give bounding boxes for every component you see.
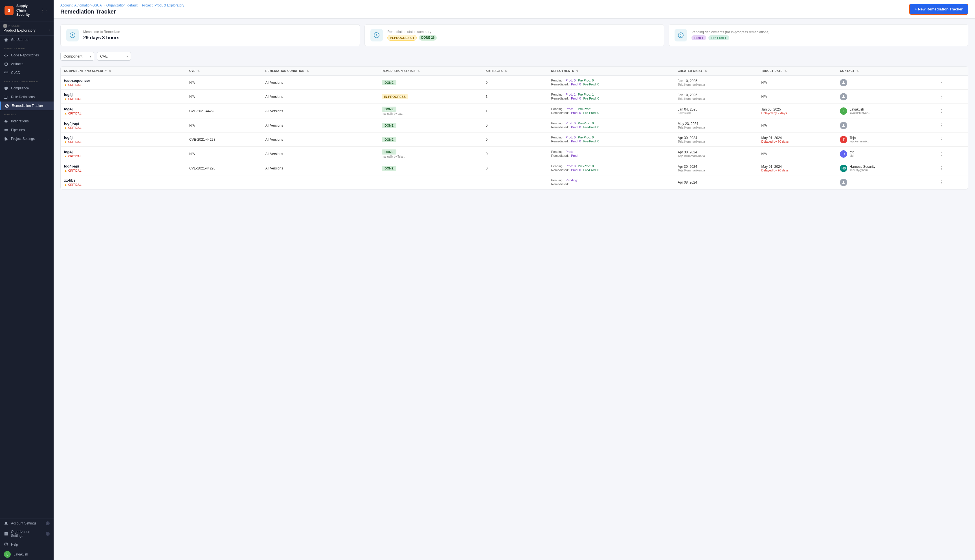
- cell-deployments: Pending: Prod: Remediated: Prod:: [548, 147, 674, 161]
- delay-note: Delayed by 2 days: [761, 112, 833, 115]
- component-name: log4j-api: [64, 121, 182, 125]
- sidebar-item-get-started[interactable]: Get Started: [0, 35, 53, 44]
- severity-badge: ▲ CRITICAL: [64, 183, 182, 187]
- sidebar-item-compliance[interactable]: Compliance: [0, 84, 53, 93]
- contact-avatar: T: [840, 136, 847, 143]
- cell-deployments: Pending: Prod: 0 Pre-Prod: 0 Remediated:…: [548, 75, 674, 90]
- pending-prod[interactable]: Prod: 0: [566, 79, 576, 82]
- col-deployments[interactable]: DEPLOYMENTS ⇅: [548, 67, 674, 75]
- status-badge: DONE: [382, 150, 396, 155]
- col-remediation-condition[interactable]: REMEDIATION CONDITION ⇅: [262, 67, 379, 75]
- svg-point-11: [843, 181, 845, 182]
- col-artifacts[interactable]: ARTIFACTS ⇅: [482, 67, 548, 75]
- col-contact[interactable]: CONTACT ⇅: [836, 67, 934, 75]
- app-logo[interactable]: S Supply Chain Security ⋮⋮: [0, 0, 53, 22]
- pending-prod[interactable]: Prod: 1: [566, 93, 576, 96]
- remediated-prod[interactable]: Prod: 0: [571, 140, 581, 143]
- remediated-preprod[interactable]: Pre-Prod: 0: [583, 140, 599, 143]
- dots-icon[interactable]: ⋮⋮: [40, 8, 49, 13]
- contact-name: Lavakush: [850, 107, 871, 112]
- severity-badge: ▲ CRITICAL: [64, 169, 182, 172]
- remediated-preprod[interactable]: Pre-Prod: 0: [583, 111, 599, 115]
- row-actions-button[interactable]: ⋮: [937, 80, 945, 85]
- account-settings-item[interactable]: Account Settings i: [0, 519, 53, 528]
- sidebar-item-artifacts[interactable]: Artifacts: [0, 60, 53, 68]
- row-actions-button[interactable]: ⋮: [937, 151, 945, 157]
- status-note: manually by Teja...: [382, 155, 479, 158]
- cell-artifacts: [482, 175, 548, 190]
- help-item[interactable]: Help: [0, 540, 53, 549]
- cell-cve: N/A: [186, 118, 262, 133]
- row-actions-button[interactable]: ⋮: [937, 179, 945, 185]
- cell-created: Apr 08, 2024: [674, 175, 758, 190]
- col-target-date[interactable]: TARGET DATE ⇅: [758, 67, 837, 75]
- component-filter[interactable]: Component All: [60, 52, 94, 61]
- project-name[interactable]: Product Exploratory ›: [3, 28, 50, 32]
- breadcrumb-account[interactable]: Account: Automation-SSCA: [60, 3, 102, 7]
- remediated-prod[interactable]: Prod: 0: [571, 111, 581, 115]
- pending-preprod[interactable]: Pre-Prod: 0: [578, 164, 594, 168]
- sidebar-item-project-settings[interactable]: Project Settings ›: [0, 135, 53, 143]
- remediated-prod[interactable]: Prod: 0: [571, 168, 581, 172]
- pending-preprod[interactable]: Pre-Prod: 0: [578, 136, 594, 139]
- cell-artifacts: 1: [482, 90, 548, 104]
- user-profile[interactable]: L Lavakush: [0, 549, 53, 560]
- pending-preprod[interactable]: Pre-Prod: 0: [578, 79, 594, 82]
- pending-preprod[interactable]: Pre-Prod: 0: [578, 122, 594, 125]
- pending-preprod[interactable]: Pre-Prod: 1: [578, 93, 594, 96]
- breadcrumb-project[interactable]: Project: Product Exploratory: [142, 3, 184, 7]
- target-date-value: N/A: [761, 152, 833, 156]
- home-icon: [4, 38, 8, 42]
- remediated-preprod[interactable]: Pre-Prod: 0: [583, 83, 599, 86]
- created-date: Apr 30, 2024: [678, 165, 755, 168]
- sidebar-item-pipelines[interactable]: Pipelines: [0, 126, 53, 135]
- remediated-prod[interactable]: Prod: 0: [571, 83, 581, 86]
- pending-prod[interactable]: Prod: 0: [566, 164, 576, 168]
- sidebar-item-remediation-tracker[interactable]: Remediation Tracker: [0, 102, 53, 110]
- sidebar-item-integrations[interactable]: Integrations: [0, 117, 53, 126]
- row-actions-button[interactable]: ⋮: [937, 93, 945, 100]
- new-remediation-tracker-button[interactable]: + New Remediation Tracker: [909, 4, 968, 15]
- remediated-prod[interactable]: Prod: 0: [571, 125, 581, 129]
- cell-cve: CVE-2021-44228: [186, 104, 262, 118]
- cell-target: N/A: [758, 147, 837, 161]
- row-actions-button[interactable]: ⋮: [937, 122, 945, 128]
- cell-component: log4j ▲ CRITICAL: [61, 104, 186, 118]
- breadcrumb-org[interactable]: Organization: default: [106, 3, 138, 7]
- component-filter-wrapper: Component All: [60, 52, 94, 61]
- col-remediation-status[interactable]: REMEDIATION STATUS ⇅: [378, 67, 482, 75]
- org-settings-item[interactable]: Organization Settings i: [0, 528, 53, 540]
- col-component[interactable]: COMPONENT AND SEVERITY ⇅: [61, 67, 186, 75]
- cell-status: DONE: [378, 75, 482, 90]
- created-date: Jan 10, 2025: [678, 79, 755, 83]
- remediated-preprod[interactable]: Pre-Prod: 0: [583, 168, 599, 172]
- pending-preprod[interactable]: Pre-Prod: 1: [578, 107, 594, 110]
- row-actions-button[interactable]: ⋮: [937, 137, 945, 142]
- sidebar-item-rule-definitions[interactable]: Rule Definitions: [0, 93, 53, 102]
- component-name: log4j: [64, 92, 182, 97]
- risk-compliance-section-label: RISK AND COMPLIANCE: [0, 77, 53, 84]
- contact-avatar: L: [840, 107, 847, 115]
- breadcrumb: Account: Automation-SSCA › Organization:…: [60, 3, 184, 7]
- col-created[interactable]: CREATED ON/BY ⇅: [674, 67, 758, 75]
- pending-prod[interactable]: Pending:: [566, 178, 578, 182]
- remediated-prod[interactable]: Prod:: [571, 154, 578, 157]
- contact-name: Teja: [850, 136, 870, 140]
- pending-prod[interactable]: Prod: 0: [566, 122, 576, 125]
- cell-condition: [262, 175, 379, 190]
- sidebar-item-cicd[interactable]: CI/CD: [0, 68, 53, 77]
- row-actions-button[interactable]: ⋮: [937, 165, 945, 171]
- col-cve[interactable]: CVE ⇅: [186, 67, 262, 75]
- remediated-preprod[interactable]: Pre-Prod: 0: [583, 125, 599, 129]
- sidebar-item-code-repositories[interactable]: Code Repositories: [0, 51, 53, 60]
- pending-prod[interactable]: Prod:: [566, 150, 573, 153]
- pending-prod[interactable]: Prod: 0: [566, 136, 576, 139]
- remediated-prod[interactable]: Prod: 0: [571, 97, 581, 100]
- pending-prod[interactable]: Prod: 1: [566, 107, 576, 110]
- cell-status: IN-PROGRESS: [378, 90, 482, 104]
- remediated-preprod[interactable]: Pre-Prod: 0: [583, 97, 599, 100]
- tracker-icon: [5, 104, 9, 108]
- cve-filter[interactable]: CVE All: [97, 52, 131, 61]
- cell-status: DONEmanually by Lav...: [378, 104, 482, 118]
- row-actions-button[interactable]: ⋮: [937, 108, 945, 114]
